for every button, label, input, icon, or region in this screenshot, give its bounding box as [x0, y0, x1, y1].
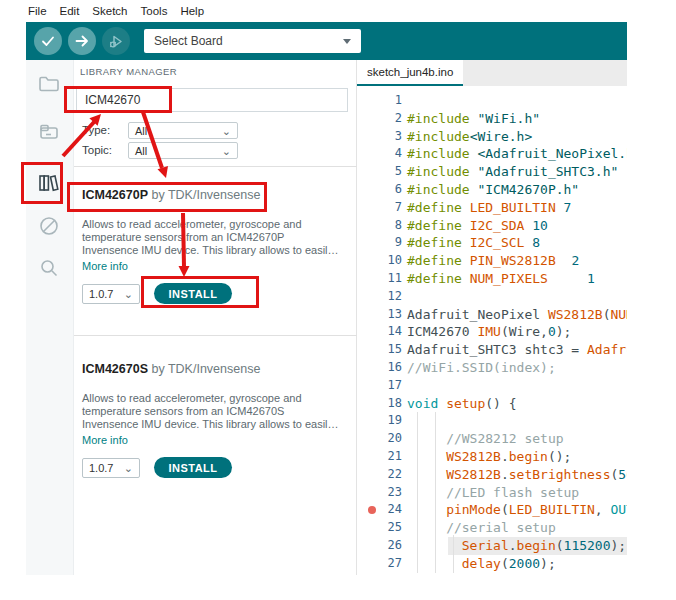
topic-filter-label: Topic:	[82, 144, 112, 156]
code-editor: sketch_jun4b.ino 12#include "WiFi.h"3#in…	[357, 60, 627, 575]
folder-icon	[37, 72, 61, 96]
code-text: //serial setup	[402, 519, 556, 537]
type-filter-label: Type:	[82, 124, 110, 136]
sidebar-item-sketchbook[interactable]	[34, 69, 64, 99]
line-number: 9	[357, 234, 402, 252]
divider	[74, 166, 357, 167]
divider	[74, 335, 357, 336]
library-entry-title: ICM42670P by TDK/Invensense	[82, 182, 346, 202]
code-text: WS2812B.setBrightness(50);	[402, 466, 627, 484]
code-line: 5#include "Adafruit_SHTC3.h"	[357, 163, 627, 181]
tab-sketch[interactable]: sketch_jun4b.ino	[357, 60, 463, 86]
code-text: //WiFi.SSID(index);	[402, 359, 556, 377]
code-rows: 12#include "WiFi.h"3#include<Wire.h>4#in…	[357, 86, 627, 573]
code-line: 3#include<Wire.h>	[357, 128, 627, 146]
line-number: 13	[357, 306, 402, 324]
code-text: #include "Adafruit_SHTC3.h"	[402, 163, 618, 181]
chevron-down-icon: ⌄	[124, 290, 133, 298]
screenshot-canvas: File Edit Sketch Tools Help	[0, 0, 676, 600]
line-number: 11	[357, 270, 402, 288]
code-line: 22 WS2812B.setBrightness(50);	[357, 466, 627, 484]
topic-filter-select[interactable]: All ⌄	[128, 142, 238, 159]
install-button[interactable]: INSTALL	[154, 283, 232, 304]
line-number: 21	[357, 448, 402, 466]
line-number: 15	[357, 341, 402, 359]
code-line: 12	[357, 288, 627, 306]
chevron-down-icon: ⌄	[222, 127, 231, 135]
library-entry-icm42670s: ICM42670S by TDK/Invensense Allows to re…	[82, 356, 346, 478]
line-number: 10	[357, 252, 402, 270]
line-number: 24	[357, 501, 402, 519]
code-line: 18void setup() {	[357, 395, 627, 413]
panel-title: LIBRARY MANAGER	[80, 66, 177, 77]
code-text: #include <Adafruit_NeoPixel.h>	[402, 145, 627, 163]
library-description: Allows to read accelerometer, gyroscope …	[82, 392, 346, 431]
code-line: 27 delay(2000);	[357, 555, 627, 573]
line-number: 18	[357, 395, 402, 413]
sidebar-item-search[interactable]	[34, 253, 64, 283]
select-board-label: Select Board	[154, 34, 223, 48]
line-number: 27	[357, 555, 402, 573]
line-number: 22	[357, 466, 402, 484]
code-line: 17	[357, 377, 627, 395]
chevron-down-icon	[343, 39, 351, 44]
sidebar-item-debug[interactable]	[34, 211, 64, 241]
code-line: 16//WiFi.SSID(index);	[357, 359, 627, 377]
line-number: 3	[357, 128, 402, 146]
sidebar-item-boards-manager[interactable]	[34, 117, 64, 147]
code-line: 20 //WS28212 setup	[357, 430, 627, 448]
library-search-input[interactable]	[76, 88, 348, 112]
library-manager-panel: LIBRARY MANAGER Type: All ⌄ Topic: All ⌄…	[74, 60, 357, 575]
line-number: 6	[357, 181, 402, 199]
line-number: 4	[357, 145, 402, 163]
code-line: 21 WS2812B.begin();	[357, 448, 627, 466]
activity-sidebar	[26, 60, 74, 575]
line-number: 26	[357, 537, 402, 555]
library-entry-title: ICM42670S by TDK/Invensense	[82, 356, 346, 376]
library-author: by TDK/Invensense	[152, 362, 261, 376]
code-text: //LED flash setup	[402, 484, 579, 502]
line-number: 1	[357, 92, 402, 110]
code-line: 23 //LED flash setup	[357, 484, 627, 502]
library-description: Allows to read accelerometer, gyroscope …	[82, 218, 346, 257]
code-text: #include<Wire.h>	[402, 128, 532, 146]
menu-bar: File Edit Sketch Tools Help	[26, 0, 629, 22]
line-number: 20	[357, 430, 402, 448]
more-info-link[interactable]: More info	[82, 434, 346, 447]
line-number: 12	[357, 288, 402, 306]
version-select[interactable]: 1.0.7 ⌄	[82, 458, 140, 478]
check-icon	[40, 33, 56, 49]
menu-tools[interactable]: Tools	[141, 5, 168, 17]
code-text: WS2812B.begin();	[402, 448, 571, 466]
arrow-right-icon	[74, 33, 90, 49]
upload-button[interactable]	[68, 27, 96, 55]
code-text: ICM42670 IMU(Wire,0);	[402, 323, 571, 341]
menu-file[interactable]: File	[28, 5, 47, 17]
more-info-link[interactable]: More info	[82, 260, 346, 273]
line-number: 14	[357, 323, 402, 341]
code-text: #define NUM_PIXELS 1	[402, 270, 595, 288]
select-board-dropdown[interactable]: Select Board	[144, 29, 361, 53]
code-text	[402, 92, 407, 110]
type-filter-select[interactable]: All ⌄	[128, 122, 238, 139]
search-icon	[37, 256, 61, 280]
prohibited-icon	[37, 214, 61, 238]
code-line: 1	[357, 92, 627, 110]
code-line: 7#define LED_BUILTIN 7	[357, 199, 627, 217]
code-text: #define I2C_SCL 8	[402, 234, 540, 252]
menu-sketch[interactable]: Sketch	[92, 5, 127, 17]
version-select[interactable]: 1.0.7 ⌄	[82, 284, 140, 304]
arduino-ide-window: File Edit Sketch Tools Help	[26, 0, 627, 575]
code-line: 14ICM42670 IMU(Wire,0);	[357, 323, 627, 341]
install-button[interactable]: INSTALL	[154, 457, 232, 478]
menu-help[interactable]: Help	[180, 5, 204, 17]
library-author: by TDK/Invensense	[152, 188, 261, 202]
line-number: 8	[357, 217, 402, 235]
line-number: 17	[357, 377, 402, 395]
code-line: 8#define I2C_SDA 10	[357, 217, 627, 235]
sidebar-item-library-manager[interactable]	[34, 168, 64, 198]
verify-button[interactable]	[34, 27, 62, 55]
code-text: #include "ICM42670P.h"	[402, 181, 579, 199]
menu-edit[interactable]: Edit	[60, 5, 80, 17]
code-line: 10#define PIN_WS2812B 2	[357, 252, 627, 270]
